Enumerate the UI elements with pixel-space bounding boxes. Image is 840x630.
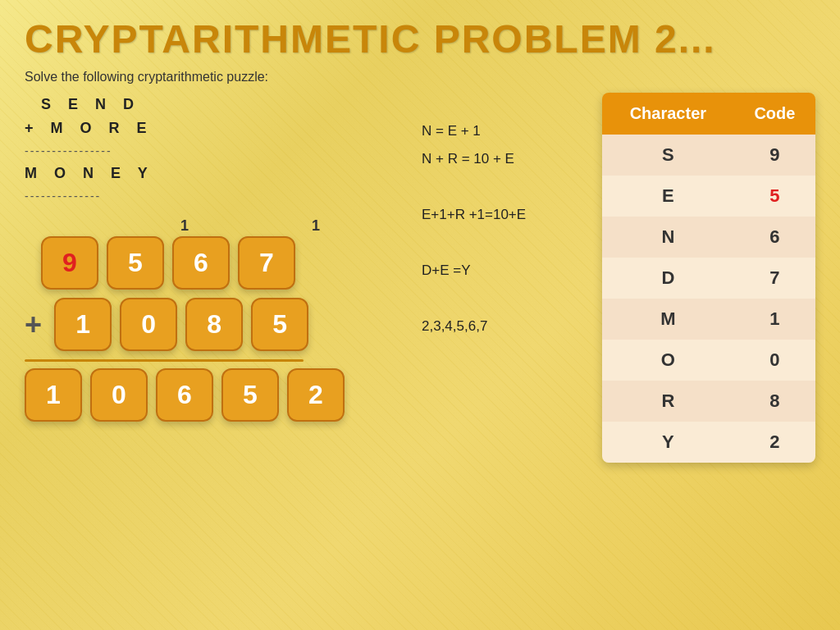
clue-2: N + R = 10 + E [422, 145, 586, 173]
more-digit-1: 1 [54, 298, 112, 351]
table-cell-code: 1 [734, 299, 815, 340]
clue-1: N = E + 1 [422, 117, 586, 145]
clue-text: N = E + 1 N + R = 10 + E E+1+R +1=10+E D… [422, 117, 586, 340]
table-row: S9 [602, 135, 815, 176]
left-panel: S E N D + M O R E ---------------- M O N… [25, 93, 405, 463]
table-cell-char: M [602, 299, 734, 340]
table-row: E5 [602, 176, 815, 217]
send-digit-row: 9 5 6 7 [25, 236, 405, 290]
more-digit-row: + 1 0 8 5 [25, 298, 405, 351]
table-cell-char: S [602, 135, 734, 176]
table-cell-char: Y [602, 422, 734, 463]
clue-5: 2,3,4,5,6,7 [422, 313, 586, 340]
result-digit-6: 6 [156, 368, 213, 422]
carry-cell-2: 1 [156, 217, 213, 235]
table-cell-char: O [602, 340, 734, 381]
page-content: CRYPTARITHMETIC PROBLEM 2... Solve the f… [0, 0, 840, 479]
carry-cell-4: 1 [287, 217, 345, 235]
money-line: M O N E Y [25, 162, 405, 185]
table-row: O0 [602, 340, 815, 381]
send-digit-5: 5 [107, 236, 164, 290]
divider1: ---------------- [25, 142, 405, 160]
digits-area: 1 1 9 5 6 7 + 1 0 8 5 [25, 217, 405, 422]
addition-divider [25, 359, 304, 362]
divider2: -------------- [25, 187, 405, 205]
more-digit-8: 8 [185, 298, 243, 351]
clue-3: E+1+R +1=10+E [422, 201, 586, 229]
table-cell-code: 7 [734, 258, 815, 299]
result-digit-5: 5 [221, 368, 279, 422]
table-header-code: Code [734, 93, 815, 135]
send-digit-7: 7 [238, 236, 295, 290]
table-header-char: Character [602, 93, 734, 135]
right-panel: Character Code S9E5N6D7M1O0R8Y2 [602, 93, 815, 463]
table-row: R8 [602, 381, 815, 422]
table-row: D7 [602, 258, 815, 299]
more-digit-0: 0 [120, 298, 177, 351]
table-cell-code: 5 [734, 176, 815, 217]
table-cell-char: N [602, 217, 734, 258]
send-digit-9: 9 [41, 236, 98, 290]
carry-cell-3 [221, 217, 279, 235]
carry-row: 1 1 [90, 217, 405, 235]
clue-4: D+E =Y [422, 257, 586, 285]
table-cell-code: 6 [734, 217, 815, 258]
clue-spacer-1 [422, 173, 586, 201]
table-cell-char: E [602, 176, 734, 217]
table-row: N6 [602, 217, 815, 258]
table-row: Y2 [602, 422, 815, 463]
character-table: Character Code S9E5N6D7M1O0R8Y2 [602, 93, 815, 463]
more-digit-5: 5 [251, 298, 308, 351]
clue-spacer-2 [422, 229, 586, 257]
more-line: + M O R E [25, 116, 405, 140]
clue-spacer-3 [422, 285, 586, 313]
result-row: 1 0 6 5 2 [25, 368, 405, 422]
table-cell-code: 0 [734, 340, 815, 381]
result-digit-0: 0 [90, 368, 148, 422]
table-cell-code: 9 [734, 135, 815, 176]
page-title: CRYPTARITHMETIC PROBLEM 2... [25, 16, 815, 62]
equation-section: S E N D + M O R E ---------------- M O N… [25, 93, 405, 205]
table-cell-char: D [602, 258, 734, 299]
subtitle: Solve the following cryptarithmetic puzz… [25, 70, 815, 84]
carry-cell-1 [90, 217, 148, 235]
main-layout: S E N D + M O R E ---------------- M O N… [25, 93, 815, 463]
table-cell-char: R [602, 381, 734, 422]
plus-sign: + [25, 308, 42, 342]
table-row: M1 [602, 299, 815, 340]
table-cell-code: 2 [734, 422, 815, 463]
result-digit-1: 1 [25, 368, 82, 422]
result-digit-2: 2 [287, 368, 345, 422]
table-cell-code: 8 [734, 381, 815, 422]
send-line: S E N D [41, 93, 405, 116]
middle-panel: N = E + 1 N + R = 10 + E E+1+R +1=10+E D… [422, 93, 586, 463]
send-digit-6: 6 [172, 236, 230, 290]
